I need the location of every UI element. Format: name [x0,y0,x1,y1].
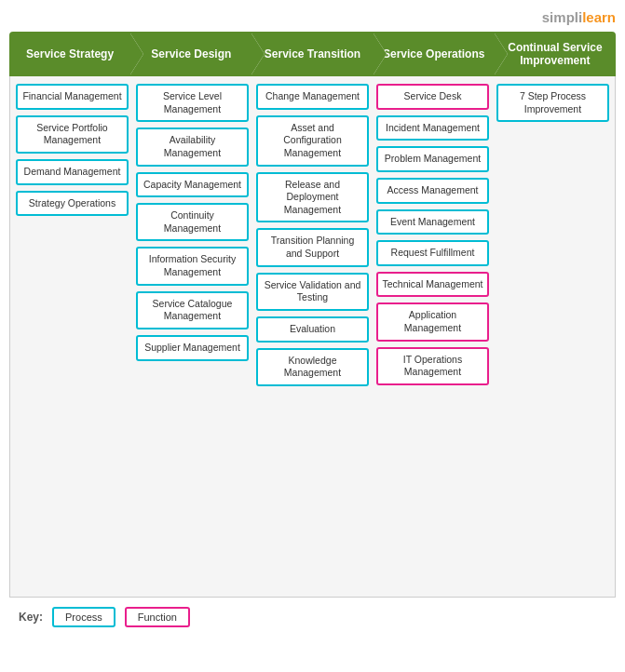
item-asset-and-configuration-management: Asset and Configuration Management [256,115,369,167]
main-container: simplilearn Service StrategyService Desi… [0,0,625,646]
item-access-management: Access Management [376,178,489,204]
item-transition-planning-and-support: Transition Planning and Support [256,228,369,266]
header-service-operations: Service Operations [374,32,495,76]
item-7-step-process-improvement: 7 Step Process Improvement [496,84,609,122]
content-area: Financial ManagementService Portfolio Ma… [9,76,616,598]
key-function-box: Function [125,607,190,627]
item-strategy-operations: Strategy Operations [16,191,129,217]
column-transition: Change ManagementAsset and Configuration… [254,84,371,589]
item-event-management: Event Management [376,209,489,235]
header-service-transition: Service Transition [251,32,373,76]
logo-learn: learn [582,9,616,25]
key-label: Key: [19,611,43,624]
logo-area: simplilearn [9,9,616,32]
column-csi: 7 Step Process Improvement [495,84,611,589]
item-capacity-management: Capacity Management [136,172,249,198]
header-service-design: Service Design [130,32,251,76]
item-change-management: Change Management [256,84,369,110]
logo-simpli: simpli [542,9,582,25]
item-information-security-management: Information Security Management [136,247,249,285]
item-technical-management: Technical Management [376,272,489,298]
column-operations: Service DeskIncident ManagementProblem M… [374,84,491,589]
header-continual-service: Continual Service Improvement [495,32,616,76]
item-service-portfolio-management: Service Portfolio Management [16,115,129,154]
item-knowledge-management: Knowledge Management [256,348,369,386]
item-service-level-management: Service Level Management [136,84,249,122]
item-it-operations-management: IT Operations Management [376,347,489,385]
column-strategy: Financial ManagementService Portfolio Ma… [14,84,130,589]
item-evaluation: Evaluation [256,316,369,343]
key-area: Key: Process Function [9,598,616,637]
item-demand-management: Demand Management [16,159,129,185]
key-process-box: Process [52,607,115,627]
item-service-desk: Service Desk [376,84,489,110]
column-design: Service Level ManagementAvailability Man… [134,84,251,589]
item-supplier-management: Supplier Management [136,335,249,361]
header-service-strategy: Service Strategy [9,32,130,76]
item-problem-management: Problem Management [376,146,489,172]
item-availability-management: Availability Management [136,128,249,166]
item-service-validation-and-testing: Service Validation and Testing [256,273,369,311]
item-continuity-management: Continuity Management [136,203,249,241]
item-financial-management: Financial Management [16,84,129,110]
item-incident-management: Incident Management [376,115,489,141]
item-application-management: Application Management [376,302,489,341]
item-release-and-deployment-management: Release and Deployment Management [256,172,369,223]
item-service-catalogue-management: Service Catalogue Management [136,291,249,329]
item-request-fulfillment: Request Fulfillment [376,240,489,266]
header-row: Service StrategyService DesignService Tr… [9,32,616,76]
